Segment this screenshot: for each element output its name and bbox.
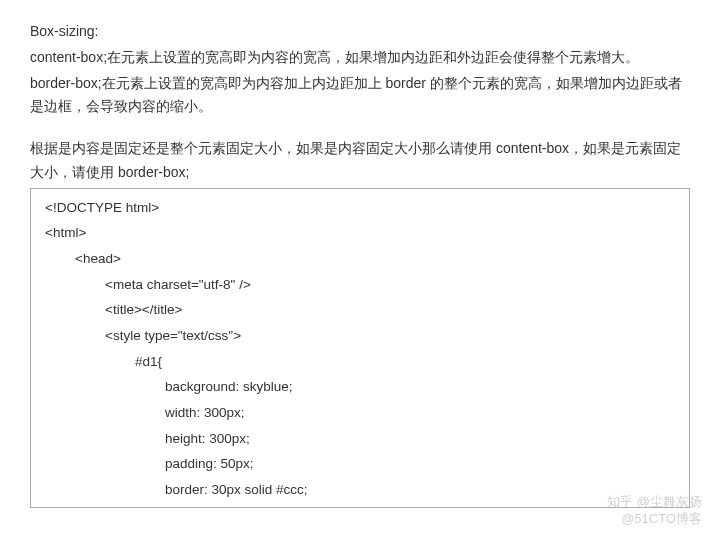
code-line: <html> [45, 220, 677, 246]
code-line: background: skyblue; [45, 374, 677, 400]
heading-box-sizing: Box-sizing: [30, 20, 690, 44]
border-box-desc: border-box;在元素上设置的宽高即为内容加上内边距加上 border 的… [30, 72, 690, 120]
code-line: <style type="text/css"> [45, 323, 677, 349]
content-box-desc: content-box;在元素上设置的宽高即为内容的宽高，如果增加内边距和外边距… [30, 46, 690, 70]
code-line: border: 30px solid #ccc; [45, 477, 677, 503]
code-line: #d1{ [45, 349, 677, 375]
code-line: <head> [45, 246, 677, 272]
code-line: padding: 50px; [45, 451, 677, 477]
code-line: <meta charset="utf-8" /> [45, 272, 677, 298]
code-line: <!DOCTYPE html> [45, 195, 677, 221]
usage-guideline: 根据是内容是固定还是整个元素固定大小，如果是内容固定大小那么请使用 conten… [30, 137, 690, 185]
watermark-line2: @51CTO博客 [607, 511, 690, 528]
code-line: width: 300px; [45, 400, 677, 426]
spacer [30, 121, 690, 137]
code-line: height: 300px; [45, 426, 677, 452]
code-line: margin: 100px; [45, 502, 677, 507]
code-block: <!DOCTYPE html> <html> <head> <meta char… [30, 188, 690, 508]
code-line: <title></title> [45, 297, 677, 323]
